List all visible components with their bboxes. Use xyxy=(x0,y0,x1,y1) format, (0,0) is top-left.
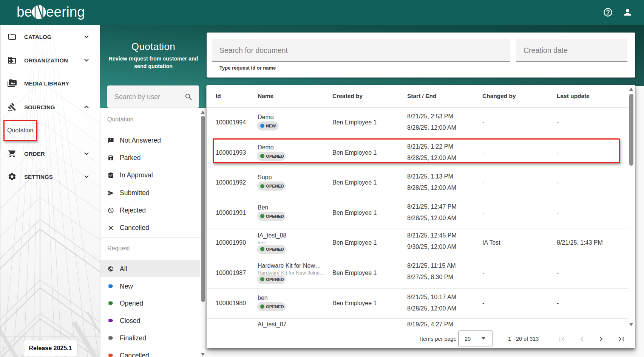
svg-text:be: be xyxy=(17,4,32,20)
svg-text:eering: eering xyxy=(46,4,85,20)
